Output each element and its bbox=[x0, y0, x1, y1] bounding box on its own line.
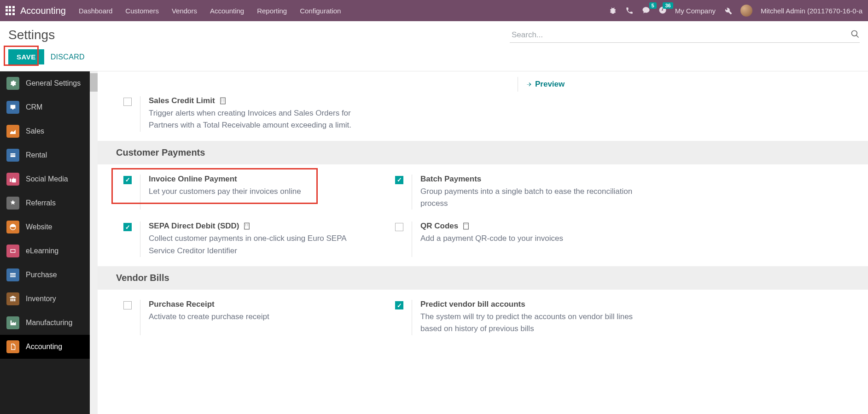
checkbox-predict[interactable] bbox=[395, 301, 403, 309]
top-nav: Accounting Dashboard Customers Vendors A… bbox=[0, 0, 868, 21]
content: Preview Sales Credit Limit Trigger alert… bbox=[98, 71, 868, 414]
sidebar-item-manufacturing[interactable]: Manufacturing bbox=[0, 311, 98, 335]
setting-predict: Predict vendor bill accounts The system … bbox=[395, 300, 667, 335]
checkbox-batch-payments[interactable] bbox=[395, 176, 403, 184]
sidebar-item-label: Sales bbox=[26, 127, 44, 135]
sidebar-icon bbox=[6, 173, 19, 186]
messages-icon[interactable]: 5 bbox=[642, 6, 650, 16]
clock-icon[interactable]: 36 bbox=[658, 6, 667, 16]
sidebar-item-label: Rental bbox=[26, 151, 47, 159]
sidebar-item-referrals[interactable]: Referrals bbox=[0, 191, 98, 215]
sidebar-item-elearning[interactable]: eLearning bbox=[0, 239, 98, 263]
building-icon bbox=[243, 222, 251, 230]
menu-accounting[interactable]: Accounting bbox=[210, 7, 244, 15]
sub-header: Settings SAVE DISCARD bbox=[0, 21, 868, 64]
sidebar-item-sales[interactable]: Sales bbox=[0, 119, 98, 143]
checkbox-sepa[interactable] bbox=[123, 223, 132, 231]
sidebar-scrollbar[interactable] bbox=[90, 71, 98, 414]
search-wrap bbox=[510, 28, 860, 43]
sidebar-item-label: General Settings bbox=[26, 79, 81, 87]
company-label[interactable]: My Company bbox=[675, 7, 716, 15]
sidebar-icon bbox=[6, 77, 19, 90]
sidebar-item-rental[interactable]: Rental bbox=[0, 143, 98, 167]
checkbox-qr[interactable] bbox=[395, 223, 403, 231]
user-label[interactable]: Mitchell Admin (20117670-16-0-a bbox=[761, 7, 862, 15]
desc-invoice-online: Let your customers pay their invoices on… bbox=[149, 186, 301, 198]
sidebar-icon bbox=[6, 197, 19, 210]
setting-batch-payments: Batch Payments Group payments into a sin… bbox=[395, 175, 667, 210]
apps-icon[interactable] bbox=[6, 6, 15, 15]
title-batch-payments: Batch Payments bbox=[420, 175, 481, 184]
desc-predict: The system will try to predict the accou… bbox=[420, 311, 651, 335]
search-icon[interactable] bbox=[851, 29, 860, 39]
sidebar-icon bbox=[6, 268, 19, 281]
menu-configuration[interactable]: Configuration bbox=[300, 7, 341, 15]
menu-dashboard[interactable]: Dashboard bbox=[79, 7, 112, 15]
sidebar-item-accounting[interactable]: Accounting bbox=[0, 335, 98, 359]
setting-qr: QR Codes Add a payment QR-code to your i… bbox=[395, 222, 667, 257]
sidebar-icon bbox=[6, 316, 19, 329]
sidebar-item-website[interactable]: Website bbox=[0, 215, 98, 239]
sidebar-item-label: CRM bbox=[26, 103, 42, 111]
sidebar-item-label: Accounting bbox=[26, 343, 62, 351]
sidebar-icon bbox=[6, 340, 19, 353]
bug-icon[interactable] bbox=[609, 6, 617, 15]
phone-icon[interactable] bbox=[625, 6, 634, 15]
menu-reporting[interactable]: Reporting bbox=[257, 7, 287, 15]
preview-link[interactable]: Preview bbox=[526, 80, 565, 89]
sidebar-icon bbox=[6, 245, 19, 257]
setting-invoice-online: Invoice Online Payment Let your customer… bbox=[123, 175, 395, 210]
sidebar-icon bbox=[6, 101, 19, 114]
sidebar-item-label: Purchase bbox=[26, 271, 57, 279]
main: General SettingsCRMSalesRentalSocial Med… bbox=[0, 71, 868, 414]
svg-point-0 bbox=[852, 31, 857, 36]
search-input[interactable] bbox=[510, 28, 860, 43]
sidebar-item-crm[interactable]: CRM bbox=[0, 95, 98, 119]
title-predict: Predict vendor bill accounts bbox=[420, 300, 525, 309]
sidebar-item-social-media[interactable]: Social Media bbox=[0, 167, 98, 191]
section-customer-payments: Customer Payments bbox=[98, 141, 868, 164]
topnav-menu: Dashboard Customers Vendors Accounting R… bbox=[79, 7, 341, 15]
setting-sales-credit-limit: Sales Credit Limit Trigger alerts when c… bbox=[123, 96, 395, 132]
title-sepa: SEPA Direct Debit (SDD) bbox=[149, 222, 239, 231]
sidebar-icon bbox=[6, 292, 19, 305]
building-icon bbox=[219, 97, 227, 105]
brand-label[interactable]: Accounting bbox=[20, 6, 66, 16]
page-title: Settings bbox=[8, 28, 55, 42]
sidebar-icon bbox=[6, 221, 19, 233]
checkbox-sales-credit-limit[interactable] bbox=[123, 98, 132, 106]
sidebar-item-general-settings[interactable]: General Settings bbox=[0, 71, 98, 95]
title-qr: QR Codes bbox=[420, 222, 458, 231]
desc-purchase-receipt: Activate to create purchase receipt bbox=[149, 311, 269, 323]
desc-batch-payments: Group payments into a single batch to ea… bbox=[420, 186, 660, 210]
checkbox-invoice-online[interactable] bbox=[123, 176, 132, 184]
desc-qr: Add a payment QR-code to your invoices bbox=[420, 233, 563, 245]
clock-count: 36 bbox=[663, 2, 673, 9]
sidebar-icon bbox=[6, 125, 19, 138]
sidebar-item-label: Inventory bbox=[26, 295, 56, 303]
menu-customers[interactable]: Customers bbox=[125, 7, 159, 15]
sidebar-item-label: Social Media bbox=[26, 175, 68, 183]
save-button[interactable]: SAVE bbox=[8, 49, 44, 64]
building-icon bbox=[462, 222, 470, 230]
discard-button[interactable]: DISCARD bbox=[51, 53, 85, 61]
desc-sales-credit-limit: Trigger alerts when creating Invoices an… bbox=[149, 107, 370, 132]
sidebar-item-label: eLearning bbox=[26, 247, 58, 255]
menu-vendors[interactable]: Vendors bbox=[172, 7, 197, 15]
sidebar-item-purchase[interactable]: Purchase bbox=[0, 263, 98, 287]
messages-count: 5 bbox=[649, 2, 657, 9]
title-invoice-online: Invoice Online Payment bbox=[149, 175, 237, 184]
section-vendor-bills: Vendor Bills bbox=[98, 266, 868, 290]
setting-sepa: SEPA Direct Debit (SDD) Collect customer… bbox=[123, 222, 395, 257]
sidebar-icon bbox=[6, 149, 19, 162]
sidebar-item-label: Manufacturing bbox=[26, 319, 72, 327]
tools-icon[interactable] bbox=[724, 6, 732, 15]
title-sales-credit-limit: Sales Credit Limit bbox=[149, 96, 215, 105]
sidebar-item-inventory[interactable]: Inventory bbox=[0, 287, 98, 311]
svg-rect-14 bbox=[464, 223, 469, 230]
checkbox-purchase-receipt[interactable] bbox=[123, 301, 132, 309]
sidebar: General SettingsCRMSalesRentalSocial Med… bbox=[0, 71, 98, 414]
avatar[interactable] bbox=[740, 5, 752, 17]
sidebar-item-label: Referrals bbox=[26, 199, 56, 207]
desc-sepa: Collect customer payments in one-click u… bbox=[149, 233, 370, 257]
